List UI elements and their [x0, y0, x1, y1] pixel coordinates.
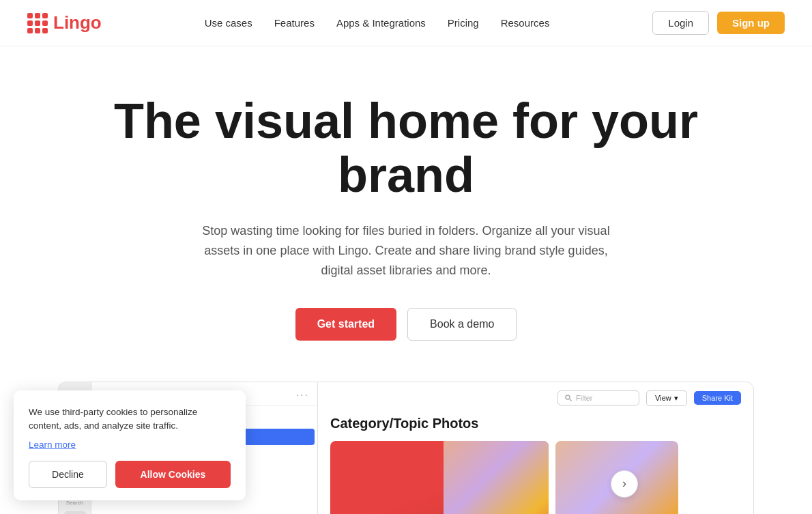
nav-links: Use cases Features Apps & Integrations P…: [205, 17, 550, 29]
nav-use-cases[interactable]: Use cases: [205, 17, 252, 29]
hero-subtitle: Stop wasting time looking for files buri…: [188, 221, 624, 280]
hero-title: The visual home for your brand: [99, 94, 713, 202]
decline-button[interactable]: Decline: [29, 461, 107, 488]
view-chevron-icon: ▾: [674, 394, 678, 403]
nav-pricing[interactable]: Pricing: [448, 17, 479, 29]
nav-features[interactable]: Features: [274, 17, 315, 29]
view-label: View: [655, 394, 671, 402]
book-demo-button[interactable]: Book a demo: [407, 308, 517, 341]
more-options-icon[interactable]: ···: [296, 389, 309, 401]
cookie-buttons: Decline Allow Cookies: [29, 461, 231, 488]
right-screenshot: Filter View ▾ Share Kit Category/Topic P…: [317, 382, 754, 514]
nav-resources[interactable]: Resources: [501, 17, 550, 29]
logo-grid-icon: [27, 13, 48, 33]
navbar-actions: Login Sign up: [652, 11, 785, 35]
right-toolbar: Filter View ▾ Share Kit: [330, 390, 741, 406]
next-arrow[interactable]: ›: [611, 470, 638, 498]
filter-search-icon: [565, 395, 572, 401]
navbar: Lingo Use cases Features Apps & Integrat…: [0, 0, 812, 46]
filter-input[interactable]: Filter: [557, 390, 639, 405]
hero-buttons: Get started Book a demo: [14, 308, 798, 341]
get-started-button[interactable]: Get started: [295, 308, 396, 341]
share-kit-button[interactable]: Share Kit: [694, 391, 741, 405]
cookie-learn-more[interactable]: Learn more: [29, 440, 231, 450]
view-button[interactable]: View ▾: [646, 390, 687, 406]
svg-point-12: [566, 395, 570, 399]
main-photo: Photo Library Category Photos: [330, 441, 549, 514]
logo[interactable]: Lingo: [27, 12, 102, 33]
allow-cookies-button[interactable]: Allow Cookies: [115, 461, 231, 488]
cookie-text: We use third-party cookies to personaliz…: [29, 405, 231, 433]
login-button[interactable]: Login: [652, 11, 709, 35]
sidebar-people-icon[interactable]: [63, 511, 87, 514]
sidebar-search-label: Search: [66, 500, 83, 506]
signup-button[interactable]: Sign up: [717, 12, 785, 34]
cookie-banner: We use third-party cookies to personaliz…: [14, 390, 246, 501]
nav-apps[interactable]: Apps & Integrations: [336, 17, 426, 29]
category-heading: Category/Topic Photos: [330, 416, 741, 431]
logo-text: Lingo: [53, 12, 102, 33]
photo-grid: Photo Library Category Photos Category N…: [330, 441, 741, 514]
filter-placeholder: Filter: [576, 394, 592, 402]
svg-line-13: [570, 399, 572, 401]
hero-section: The visual home for your brand Stop wast…: [0, 46, 812, 368]
